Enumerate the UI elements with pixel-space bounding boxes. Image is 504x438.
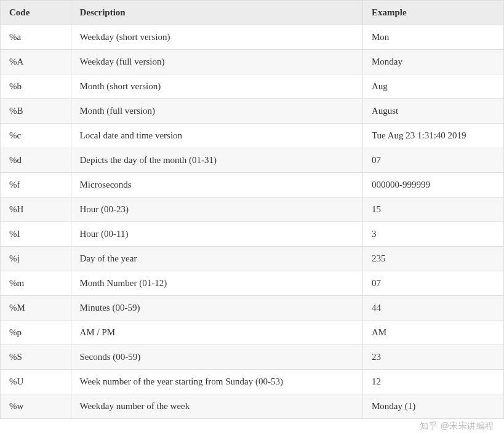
cell-code: %f [1,173,71,197]
cell-example: Monday (1) [362,394,503,419]
cell-description: Local date and time version [71,124,362,148]
cell-description: Hour (00-11) [71,222,362,247]
table-row: %jDay of the year235 [1,247,504,271]
cell-description: Weekday (short version) [71,25,362,50]
cell-code: %S [1,345,71,370]
cell-description: Month (short version) [71,74,362,99]
cell-code: %M [1,296,71,321]
cell-code: %p [1,321,71,345]
table-row: %mMonth Number (01-12)07 [1,271,504,296]
cell-example: 3 [362,222,503,247]
cell-code: %d [1,148,71,173]
table-row: %BMonth (full version)August [1,99,504,124]
cell-description: Month (full version) [71,99,362,124]
cell-example: 07 [362,271,503,296]
cell-example: 44 [362,296,503,321]
cell-description: Day of the year [71,247,362,271]
cell-code: %A [1,50,71,74]
format-codes-table: Code Description Example %aWeekday (shor… [0,0,504,419]
cell-example: 23 [362,345,503,370]
cell-example: Monday [362,50,503,74]
cell-example: Aug [362,74,503,99]
cell-description: Weekday (full version) [71,50,362,74]
cell-code: %U [1,370,71,394]
cell-code: %m [1,271,71,296]
cell-example: 000000-999999 [362,173,503,197]
cell-example: Mon [362,25,503,50]
cell-description: Weekday number of the week [71,394,362,419]
cell-code: %w [1,394,71,419]
table-row: %AWeekday (full version)Monday [1,50,504,74]
cell-description: Hour (00-23) [71,197,362,222]
cell-code: %B [1,99,71,124]
cell-code: %j [1,247,71,271]
cell-example: 07 [362,148,503,173]
cell-example: 12 [362,370,503,394]
cell-description: Microseconds [71,173,362,197]
table-row: %UWeek number of the year starting from … [1,370,504,394]
col-header-code: Code [1,1,71,25]
cell-code: %b [1,74,71,99]
table-row: %fMicroseconds000000-999999 [1,173,504,197]
table-row: %pAM / PMAM [1,321,504,345]
cell-example: 235 [362,247,503,271]
table-row: %dDepicts the day of the month (01-31)07 [1,148,504,173]
table-row: %SSeconds (00-59)23 [1,345,504,370]
table-row: %cLocal date and time versionTue Aug 23 … [1,124,504,148]
cell-description: Month Number (01-12) [71,271,362,296]
cell-description: Minutes (00-59) [71,296,362,321]
cell-description: Week number of the year starting from Su… [71,370,362,394]
cell-code: %H [1,197,71,222]
cell-example: 15 [362,197,503,222]
cell-example: Tue Aug 23 1:31:40 2019 [362,124,503,148]
cell-description: Depicts the day of the month (01-31) [71,148,362,173]
cell-example: AM [362,321,503,345]
cell-code: %I [1,222,71,247]
table-row: %MMinutes (00-59)44 [1,296,504,321]
cell-description: AM / PM [71,321,362,345]
table-row: %HHour (00-23)15 [1,197,504,222]
col-header-example: Example [362,1,503,25]
col-header-description: Description [71,1,362,25]
table-row: %aWeekday (short version)Mon [1,25,504,50]
table-row: %IHour (00-11)3 [1,222,504,247]
table-header-row: Code Description Example [1,1,504,25]
cell-description: Seconds (00-59) [71,345,362,370]
cell-code: %a [1,25,71,50]
table-row: %bMonth (short version)Aug [1,74,504,99]
table-row: %wWeekday number of the weekMonday (1) [1,394,504,419]
cell-code: %c [1,124,71,148]
cell-example: August [362,99,503,124]
